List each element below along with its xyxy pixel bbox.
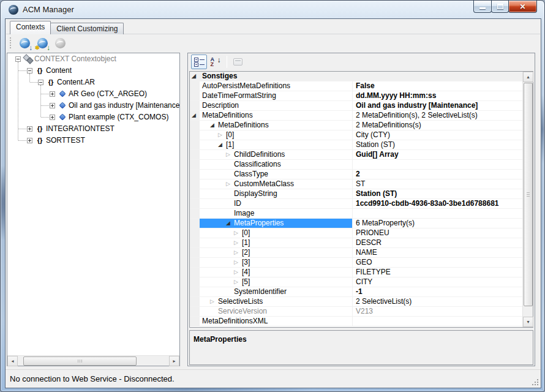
expand-box-icon[interactable] — [27, 126, 32, 132]
property-name-cell[interactable]: ▷[1] — [200, 238, 353, 247]
tree-item[interactable]: Plant example (CTX_COMOS) — [7, 111, 179, 123]
expand-box-icon[interactable] — [50, 115, 55, 120]
scroll-up-icon[interactable]: ▴ — [523, 72, 533, 82]
collapse-box-icon[interactable] — [27, 68, 32, 74]
tree-item[interactable]: AR Geo (CTX_ARGEO) — [7, 88, 179, 100]
property-name-cell[interactable]: ▷[5] — [200, 277, 353, 287]
property-row[interactable]: AutoPersistMetaDefinitionsFalse — [190, 81, 522, 91]
property-value[interactable]: GEO — [353, 258, 522, 267]
property-name-cell[interactable]: ◢MetaDefinitions — [200, 121, 353, 130]
toolbar-grip-icon[interactable] — [10, 37, 12, 48]
property-value[interactable]: NAME — [353, 248, 522, 257]
property-row[interactable]: MetaDefinitionsXML — [190, 317, 522, 326]
property-name-cell[interactable]: ▷CustomMetaClass — [200, 179, 353, 189]
property-row[interactable]: ▷[1]DESCR — [190, 238, 522, 248]
category-row[interactable]: ◢Sonstiges — [190, 72, 522, 81]
expand-arrow-icon[interactable]: ▷ — [218, 132, 226, 138]
property-row[interactable]: ▷[3]GEO — [190, 258, 522, 268]
property-value[interactable]: Oil and gas industry [Maintenance] — [353, 101, 522, 110]
property-row[interactable]: Image — [190, 209, 522, 219]
collapse-arrow-icon[interactable]: ◢ — [192, 113, 196, 118]
collapse-arrow-icon[interactable]: ◢ — [218, 142, 226, 148]
property-name-cell[interactable]: MetaDefinitions — [200, 111, 353, 120]
expand-arrow-icon[interactable]: ▷ — [234, 279, 242, 285]
expand-arrow-icon[interactable]: ▷ — [234, 230, 242, 236]
property-row[interactable]: ▷[5]CITY — [190, 277, 522, 287]
property-value[interactable]: CITY — [353, 277, 522, 287]
property-row[interactable]: ▷SelectiveLists2 SelectiveList(s) — [190, 297, 522, 307]
property-value[interactable]: Station (ST) — [353, 140, 522, 149]
property-value[interactable] — [353, 317, 522, 326]
property-value[interactable]: 2 — [353, 170, 522, 179]
property-value[interactable]: PRIONEU — [353, 228, 522, 238]
property-value[interactable]: 1ccd9910-cbdb-4936-83a0-3be1d6788681 — [353, 199, 522, 208]
property-row[interactable]: SystemIdentifier-1 — [190, 287, 522, 297]
expand-arrow-icon[interactable]: ▷ — [234, 270, 242, 275]
maximize-button[interactable] — [491, 1, 509, 13]
collapse-arrow-icon[interactable]: ◢ — [210, 123, 218, 128]
property-name-cell[interactable]: ◢MetaProperties — [200, 219, 353, 228]
categorized-button[interactable] — [191, 55, 207, 69]
property-name-cell[interactable]: AutoPersistMetaDefinitions — [200, 81, 353, 91]
resize-grip-icon[interactable] — [537, 384, 538, 385]
property-value[interactable]: ST — [353, 179, 522, 189]
tab-contexts[interactable]: Contexts — [10, 21, 51, 34]
expand-arrow-icon[interactable]: ▷ — [210, 299, 218, 304]
tree-item[interactable]: {}SORTTEST — [7, 135, 179, 146]
property-value[interactable]: dd.MM.yyyy HH:mm:ss — [353, 91, 522, 100]
property-value[interactable]: 2 SelectiveList(s) — [353, 297, 522, 306]
property-name-cell[interactable]: DateTimeFormatString — [200, 91, 353, 100]
property-row[interactable]: ▷[0]PRIONEU — [190, 228, 522, 238]
minimize-button[interactable] — [473, 1, 492, 13]
expand-arrow-icon[interactable]: ▷ — [234, 260, 242, 265]
property-name-cell[interactable]: ▷[3] — [200, 258, 353, 267]
close-button[interactable]: ✕ — [508, 1, 537, 13]
property-name-cell[interactable]: ▷[0] — [200, 228, 353, 238]
property-name-cell[interactable]: Classifications — [200, 160, 353, 169]
property-value[interactable]: DESCR — [353, 238, 522, 247]
property-name-cell[interactable]: ▷[2] — [200, 248, 353, 257]
property-value[interactable]: 2 MetaDefinitions(s) — [353, 121, 522, 130]
scroll-right-icon[interactable]: ▸ — [169, 356, 179, 366]
connect-button[interactable]: ↓ — [17, 36, 33, 51]
property-name-cell[interactable]: ServiceVersion — [200, 307, 353, 316]
expand-box-icon[interactable] — [27, 138, 32, 143]
collapse-box-icon[interactable] — [15, 56, 21, 62]
collapse-arrow-icon[interactable]: ◢ — [192, 74, 196, 79]
tree-view[interactable]: CONTEXT Contextobject{}Content{}Content.… — [7, 53, 179, 355]
property-row[interactable]: ◢MetaProperties6 MetaProperty(s) — [190, 219, 522, 228]
scroll-down-icon[interactable]: ▾ — [523, 317, 533, 327]
property-value[interactable]: -1 — [353, 287, 522, 296]
property-row[interactable]: ◢MetaDefinitions2 MetaDefinition(s), 2 S… — [190, 111, 522, 121]
property-row[interactable]: ClassType2 — [190, 170, 522, 179]
property-name-cell[interactable]: Image — [200, 209, 353, 218]
expand-arrow-icon[interactable]: ▷ — [226, 152, 234, 157]
tab-client-customizing[interactable]: Client Customizing — [50, 23, 124, 34]
property-row[interactable]: ◢MetaDefinitions2 MetaDefinitions(s) — [190, 121, 522, 130]
tree-item[interactable]: Oil and gas industry [Maintenance] (C — [7, 100, 179, 111]
property-row[interactable]: DisplayStringStation (ST) — [190, 189, 522, 199]
property-name-cell[interactable]: ID — [200, 199, 353, 208]
tree-horizontal-scrollbar[interactable]: ◂ ▸ — [7, 355, 179, 366]
alphabetical-sort-button[interactable]: AZ↓ — [208, 55, 224, 69]
property-name-cell[interactable]: ▷[4] — [200, 268, 353, 277]
property-row[interactable]: Classifications — [190, 160, 522, 170]
collapse-arrow-icon[interactable]: ◢ — [226, 221, 234, 226]
tree-item[interactable]: {}Content.AR — [7, 77, 179, 88]
property-row[interactable]: ID1ccd9910-cbdb-4936-83a0-3be1d6788681 — [190, 199, 522, 209]
collapse-box-icon[interactable] — [38, 80, 43, 85]
property-name-cell[interactable]: ▷ChildDefinitions — [200, 150, 353, 159]
property-value[interactable]: False — [353, 81, 522, 91]
scrollbar-thumb[interactable] — [23, 356, 137, 366]
property-row[interactable]: ▷[0]City (CTY) — [190, 130, 522, 140]
property-value[interactable]: V213 — [353, 307, 522, 316]
grid-vertical-scrollbar[interactable]: ▴ ▾ — [522, 72, 533, 327]
property-name-cell[interactable]: MetaDefinitionsXML — [200, 317, 353, 326]
property-value[interactable]: City (CTY) — [353, 130, 522, 140]
property-value[interactable]: Guid[] Array — [353, 150, 522, 159]
title-bar[interactable]: ACM Manager ✕ — [1, 1, 544, 19]
property-value[interactable]: 6 MetaProperty(s) — [353, 219, 522, 228]
property-name-cell[interactable]: ◢[1] — [200, 140, 353, 149]
property-row[interactable]: ServiceVersionV213 — [190, 307, 522, 317]
property-value[interactable]: 2 MetaDefinition(s), 2 SelectiveList(s) — [353, 111, 522, 120]
